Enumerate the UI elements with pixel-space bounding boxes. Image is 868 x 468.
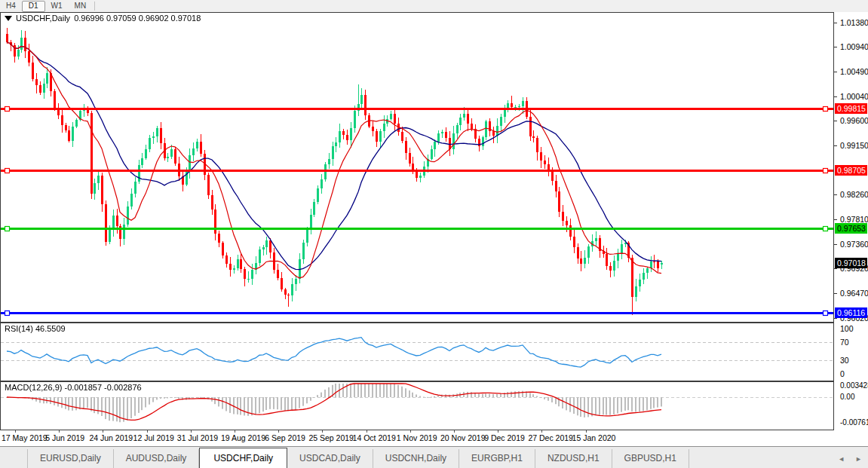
date-tick-mark: [586, 430, 587, 433]
rsi-tick-label: 100: [840, 324, 854, 333]
price-tick-mark: [834, 121, 837, 121]
date-tick-mark: [278, 430, 279, 433]
price-chart-canvas[interactable]: [1, 13, 833, 322]
rsi-panel[interactable]: RSI(14) 46.5509: [0, 323, 834, 381]
chart-context-arrow-icon[interactable]: [5, 16, 12, 21]
chart-symbol-label: USDCHF,Daily: [16, 14, 70, 23]
hline-price-chip: 0.97653: [835, 223, 867, 234]
price-tick-mark: [834, 293, 837, 294]
price-tick-label: 0.98260: [840, 190, 868, 199]
date-tick-mark: [454, 430, 455, 433]
date-label: 1 Nov 2019: [397, 433, 437, 442]
tab-scroll-right-icon[interactable]: ►: [855, 455, 862, 463]
symbol-tab-usdchf[interactable]: USDCHF,Daily: [199, 448, 287, 468]
price-tick-mark: [834, 72, 837, 72]
date-tick-mark: [498, 430, 498, 433]
date-axis: 17 May 20195 Jun 201924 Jun 201912 Jul 2…: [0, 430, 834, 446]
macd-axis: 0.0034280.00-0.007615: [834, 381, 868, 430]
price-tick-mark: [834, 23, 837, 23]
symbol-tab-gbpusd[interactable]: GBPUSD,H1: [612, 449, 689, 468]
date-label: 25 Sep 2019: [308, 433, 354, 442]
date-tick-mark: [103, 430, 103, 433]
rsi-axis: 10070300: [834, 323, 868, 381]
rsi-canvas[interactable]: [1, 323, 833, 381]
date-label: 20 Nov 2019: [440, 433, 486, 442]
symbol-tabbar: EURUSD,DailyAUDUSD,DailyUSDCHF,DailyUSDC…: [0, 446, 868, 468]
hline-price-chip: 0.99815: [835, 103, 867, 114]
timeframe-button-w1[interactable]: W1: [45, 1, 69, 11]
date-label: 19 Aug 2019: [221, 433, 265, 442]
symbol-tab-usdcad[interactable]: USDCAD,Daily: [287, 449, 373, 468]
date-label: 5 Jun 2019: [45, 433, 84, 442]
tab-strip: EURUSD,DailyAUDUSD,DailyUSDCHF,DailyUSDC…: [27, 447, 689, 468]
price-tick-mark: [834, 47, 837, 47]
date-tick-mark: [59, 430, 60, 433]
symbol-tab-usdcnh[interactable]: USDCNH,Daily: [373, 449, 459, 468]
tab-scroll-arrows: ◄ ►: [838, 455, 862, 463]
date-label: 14 Oct 2019: [353, 433, 396, 442]
macd-title: MACD(12,26,9) -0.001857 -0.002876: [5, 383, 142, 392]
date-tick-mark: [322, 430, 323, 433]
price-tick-mark: [834, 244, 837, 245]
date-tick-mark: [410, 430, 411, 433]
macd-tick-label: -0.007615: [840, 418, 868, 427]
price-tick-mark: [834, 96, 837, 97]
price-tick-mark: [834, 219, 837, 220]
rsi-tick-label: 0: [840, 369, 845, 378]
chart-ohlc-values: 0.96996 0.97059 0.96902 0.97018: [74, 14, 201, 23]
price-tick-label: 1.01380: [840, 18, 868, 27]
hline-price-chip: 0.96116: [835, 307, 867, 318]
date-label: 12 Jul 2019: [133, 433, 174, 442]
price-chart-panel[interactable]: USDCHF,Daily 0.96996 0.97059 0.96902 0.9…: [0, 12, 834, 323]
price-tick-mark: [834, 194, 837, 195]
price-tick-label: 0.96470: [840, 289, 868, 298]
date-tick-mark: [235, 430, 235, 433]
timeframe-button-h4[interactable]: H4: [0, 1, 22, 11]
chart-title: USDCHF,Daily 0.96996 0.97059 0.96902 0.9…: [5, 14, 201, 23]
hline-price-chip: 0.98705: [835, 165, 867, 176]
timeframe-toolbar: H4D1W1MN: [0, 0, 868, 13]
rsi-tick-label: 70: [840, 338, 849, 347]
price-tick-label: 0.99600: [840, 116, 868, 125]
date-tick-mark: [15, 430, 16, 433]
price-tick-label: 1.00940: [840, 42, 868, 51]
terminal-window: H4D1W1MN USDCHF,Daily 0.96996 0.97059 0.…: [0, 0, 868, 468]
date-label: 15 Jan 2020: [572, 433, 616, 442]
symbol-tab-audusd[interactable]: AUDUSD,Daily: [114, 449, 200, 468]
timeframe-button-d1[interactable]: D1: [22, 1, 45, 12]
macd-tick-label: 0.003428: [840, 381, 868, 390]
symbol-tab-eurgbp[interactable]: EURGBP,H1: [459, 449, 535, 468]
price-tick-label: 0.97360: [840, 240, 868, 249]
date-label: 9 Dec 2019: [484, 433, 525, 442]
macd-tick-label: 0.00: [840, 393, 854, 401]
price-tick-label: 1.00040: [840, 92, 868, 101]
date-tick-mark: [147, 430, 148, 433]
price-tick-label: 1.00490: [840, 67, 868, 76]
price-tick-mark: [834, 145, 837, 146]
rsi-title: RSI(14) 46.5509: [5, 324, 66, 333]
date-tick-mark: [541, 430, 542, 433]
macd-panel[interactable]: MACD(12,26,9) -0.001857 -0.002876: [0, 381, 834, 430]
date-tick-mark: [367, 430, 367, 433]
date-label: 27 Dec 2019: [528, 433, 573, 442]
symbol-tab-nzdusd[interactable]: NZDUSD,H1: [535, 449, 612, 468]
price-axis: 1.013801.009401.004901.000400.996000.991…: [834, 12, 868, 323]
symbol-tab-eurusd[interactable]: EURUSD,Daily: [27, 449, 114, 468]
price-tick-label: 0.99150: [840, 141, 868, 150]
timeframe-button-mn[interactable]: MN: [69, 1, 93, 11]
tab-scroll-left-icon[interactable]: ◄: [838, 455, 845, 463]
date-label: 31 Jul 2019: [177, 433, 218, 442]
date-label: 6 Sep 2019: [265, 433, 305, 442]
date-label: 24 Jun 2019: [89, 433, 133, 442]
date-label: 17 May 2019: [2, 433, 48, 442]
current-price-chip: 0.97018: [835, 258, 867, 268]
toolbar-separator: [94, 2, 95, 11]
date-tick-mark: [191, 430, 192, 433]
rsi-tick-label: 30: [840, 356, 849, 365]
